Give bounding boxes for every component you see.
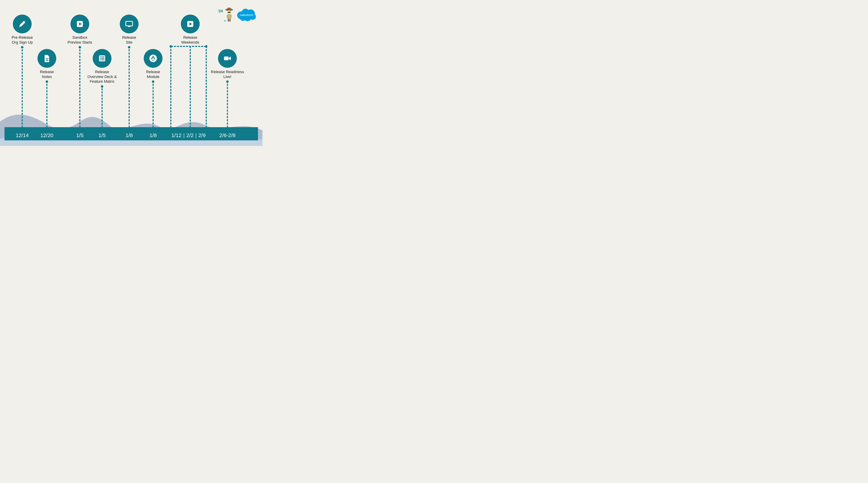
milestone-overview-deck: Release Overview Deck & Feature Matrix — [85, 49, 119, 88]
connector-line — [79, 46, 81, 128]
connector-line — [190, 46, 191, 128]
milestone-release-site: Release Site — [112, 15, 147, 49]
ranger-mascot-icon — [224, 7, 235, 22]
milestone-sandbox: Sandbox Preview Starts — [62, 15, 97, 49]
svg-rect-8 — [227, 15, 228, 18]
milestone-date: 1/5 — [98, 133, 106, 138]
milestone-label: Release Notes — [40, 69, 54, 79]
milestone-label: Release Overview Deck & Feature Matrix — [88, 69, 117, 84]
svg-rect-23 — [101, 60, 104, 60]
matrix-icon — [93, 49, 112, 68]
svg-rect-3 — [228, 12, 230, 13]
weekend-date-1: 1/12 — [172, 133, 181, 138]
milestone-label: Sandbox Preview Starts — [67, 35, 92, 45]
salesforce-wordmark: salesforce — [240, 13, 253, 17]
milestone-label: Release Module — [146, 69, 160, 79]
connector-line — [46, 80, 48, 128]
milestone-release-weekends: Release Weekends — [173, 15, 208, 45]
weekends-bracket — [171, 46, 206, 47]
svg-rect-18 — [100, 56, 101, 57]
milestone-label: Release Readiness Live! — [211, 69, 244, 79]
milestone-date: 1/8 — [150, 133, 157, 138]
monitor-icon — [120, 15, 138, 33]
milestone-release-notes: Release Notes — [30, 49, 64, 83]
milestone-date: 12/14 — [16, 133, 29, 138]
salesforce-logo-icon: salesforce — [236, 7, 257, 22]
connector-line — [153, 80, 154, 128]
connector-line — [101, 85, 102, 128]
milestone-rrl: Release Readiness Live! — [210, 49, 245, 83]
svg-rect-19 — [101, 56, 104, 57]
milestone-date: 12/20 — [40, 133, 53, 138]
svg-rect-22 — [100, 60, 101, 60]
svg-rect-21 — [101, 58, 104, 59]
svg-rect-6 — [229, 19, 230, 22]
milestone-release-module: Release Module — [136, 49, 170, 83]
milestone-prerelease: Pre-Release Org Sign Up — [5, 15, 39, 49]
svg-rect-5 — [228, 19, 229, 22]
milestone-date: 1/8 — [125, 133, 133, 138]
svg-rect-25 — [128, 26, 130, 27]
connector-line — [206, 46, 207, 128]
doc-icon — [37, 49, 56, 68]
svg-rect-28 — [224, 56, 229, 60]
video-icon — [218, 49, 237, 68]
svg-rect-4 — [227, 14, 231, 19]
weekend-date-2: 2/2 — [186, 133, 193, 138]
trail-icon — [144, 49, 162, 68]
svg-rect-24 — [126, 21, 133, 26]
milestone-label: Pre-Release Org Sign Up — [12, 35, 33, 45]
release-year-badge: '24 — [218, 9, 223, 13]
brand-header: '24 salesforce — [218, 7, 257, 22]
play-icon — [181, 15, 199, 33]
milestone-date: 2/6-2/8 — [219, 133, 236, 138]
play-icon — [70, 15, 89, 33]
svg-rect-20 — [100, 58, 101, 59]
svg-rect-1 — [227, 8, 231, 10]
milestone-date: 1/12|2/2|2/9 — [172, 133, 206, 138]
pencil-icon — [13, 15, 32, 33]
svg-point-9 — [224, 20, 226, 22]
svg-rect-7 — [230, 15, 231, 18]
connector-line — [170, 46, 172, 128]
connector-line — [227, 80, 228, 128]
weekend-date-3: 2/9 — [198, 133, 206, 138]
milestone-label: Release Weekends — [181, 35, 199, 45]
milestone-label: Release Site — [122, 35, 136, 45]
connector-line — [129, 46, 130, 128]
connector-line — [22, 46, 23, 128]
milestone-date: 1/5 — [76, 133, 84, 138]
